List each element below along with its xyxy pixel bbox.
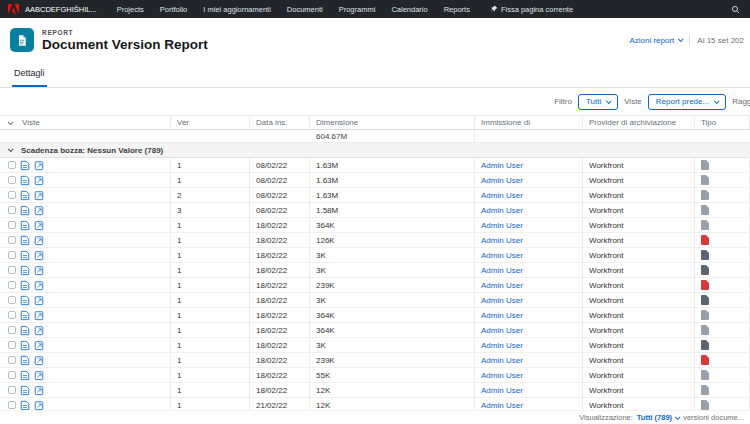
- row-checkbox[interactable]: [8, 386, 16, 394]
- open-document-icon[interactable]: [20, 205, 30, 216]
- nav-item-documents[interactable]: Documenti: [279, 5, 331, 14]
- document-details-icon[interactable]: [34, 265, 44, 276]
- row-checkbox[interactable]: [8, 326, 16, 334]
- open-document-icon[interactable]: [20, 220, 30, 231]
- views-dropdown[interactable]: Report prede...: [648, 94, 726, 110]
- nav-item-reports[interactable]: Reports: [436, 5, 478, 14]
- entered-by-link[interactable]: Admin User: [475, 233, 583, 247]
- entered-by-link[interactable]: Admin User: [475, 308, 583, 322]
- document-details-icon[interactable]: [34, 280, 44, 291]
- row-checkbox[interactable]: [8, 311, 16, 319]
- document-details-icon[interactable]: [34, 220, 44, 231]
- open-document-icon[interactable]: [20, 175, 30, 186]
- showing-label: Visualizzazione:: [579, 413, 633, 422]
- document-details-icon[interactable]: [34, 310, 44, 321]
- provider-cell: Workfront: [583, 173, 695, 187]
- row-checkbox[interactable]: [8, 206, 16, 214]
- nav-item-calendars[interactable]: Calendario: [383, 5, 435, 14]
- open-document-icon[interactable]: [20, 265, 30, 276]
- report-actions-button[interactable]: Azioni report: [629, 36, 682, 45]
- document-details-icon[interactable]: [34, 370, 44, 381]
- document-details-icon[interactable]: [34, 175, 44, 186]
- row-checkbox[interactable]: [8, 221, 16, 229]
- search-icon[interactable]: [729, 5, 742, 14]
- entered-by-link[interactable]: Admin User: [475, 248, 583, 262]
- table-row: 1 18/02/22 239K Admin User Workfront: [0, 353, 750, 368]
- document-details-icon[interactable]: [34, 205, 44, 216]
- open-document-icon[interactable]: [20, 295, 30, 306]
- entered-by-link[interactable]: Admin User: [475, 383, 583, 397]
- entered-by-link[interactable]: Admin User: [475, 158, 583, 172]
- open-document-icon[interactable]: [20, 340, 30, 351]
- open-document-icon[interactable]: [20, 310, 30, 321]
- row-checkbox[interactable]: [8, 341, 16, 349]
- document-details-icon[interactable]: [34, 400, 44, 411]
- document-details-icon[interactable]: [34, 250, 44, 261]
- document-details-icon[interactable]: [34, 325, 44, 336]
- open-document-icon[interactable]: [20, 280, 30, 291]
- document-details-icon[interactable]: [34, 295, 44, 306]
- document-details-icon[interactable]: [34, 190, 44, 201]
- nav-item-portfolio[interactable]: Portfolio: [152, 5, 196, 14]
- open-document-icon[interactable]: [20, 160, 30, 171]
- version-cell: 1: [171, 353, 250, 367]
- tab-details[interactable]: Dettagli: [12, 68, 47, 87]
- row-checkbox[interactable]: [8, 371, 16, 379]
- entered-by-link[interactable]: Admin User: [475, 218, 583, 232]
- size-cell: 239K: [310, 278, 475, 292]
- row-checkbox[interactable]: [8, 296, 16, 304]
- open-document-icon[interactable]: [20, 325, 30, 336]
- type-cell: [695, 188, 750, 202]
- document-details-icon[interactable]: [34, 355, 44, 366]
- entered-by-link[interactable]: Admin User: [475, 188, 583, 202]
- nav-item-projects[interactable]: Projects: [109, 5, 152, 14]
- col-provider: Provider di archiviazione: [583, 116, 695, 129]
- open-document-icon[interactable]: [20, 355, 30, 366]
- file-type-icon: [701, 265, 709, 275]
- type-cell: [695, 278, 750, 292]
- file-type-icon: [701, 160, 709, 170]
- entered-by-link[interactable]: Admin User: [475, 203, 583, 217]
- nav-item-my-updates[interactable]: I miei aggiornamenti: [195, 5, 279, 14]
- grouping-label[interactable]: Raggrupp...: [732, 97, 750, 106]
- entered-by-link[interactable]: Admin User: [475, 353, 583, 367]
- row-checkbox[interactable]: [8, 266, 16, 274]
- document-details-icon[interactable]: [34, 235, 44, 246]
- pin-current-page-button[interactable]: Fissa pagina corrente: [490, 5, 573, 14]
- document-details-icon[interactable]: [34, 340, 44, 351]
- open-document-icon[interactable]: [20, 235, 30, 246]
- document-details-icon[interactable]: [34, 385, 44, 396]
- row-checkbox[interactable]: [8, 191, 16, 199]
- row-checkbox[interactable]: [8, 281, 16, 289]
- document-details-icon[interactable]: [34, 160, 44, 171]
- open-document-icon[interactable]: [20, 385, 30, 396]
- filter-dropdown[interactable]: Tutti: [578, 94, 618, 110]
- open-document-icon[interactable]: [20, 250, 30, 261]
- entered-by-link[interactable]: Admin User: [475, 173, 583, 187]
- open-document-icon[interactable]: [20, 400, 30, 411]
- nav-item-programs[interactable]: Programmi: [331, 5, 384, 14]
- row-checkbox[interactable]: [8, 161, 16, 169]
- row-checkbox[interactable]: [8, 356, 16, 364]
- row-checkbox[interactable]: [8, 176, 16, 184]
- row-checkbox[interactable]: [8, 251, 16, 259]
- entered-by-link[interactable]: Admin User: [475, 263, 583, 277]
- entered-by-link[interactable]: Admin User: [475, 278, 583, 292]
- entered-by-link[interactable]: Admin User: [475, 323, 583, 337]
- collapse-all-icon[interactable]: [8, 119, 14, 125]
- filter-label: Filtro: [554, 97, 572, 106]
- entered-by-link[interactable]: Admin User: [475, 338, 583, 352]
- viste-cell: [0, 218, 171, 232]
- open-document-icon[interactable]: [20, 190, 30, 201]
- table-row: 1 18/02/22 3K Admin User Workfront: [0, 248, 750, 263]
- row-checkbox[interactable]: [8, 401, 16, 409]
- row-checkbox[interactable]: [8, 236, 16, 244]
- group-collapse-icon[interactable]: [8, 146, 14, 152]
- chevron-down-icon: [678, 36, 684, 42]
- entered-by-link[interactable]: Admin User: [475, 368, 583, 382]
- open-document-icon[interactable]: [20, 370, 30, 381]
- file-type-icon: [701, 175, 709, 185]
- showing-dropdown[interactable]: Tutti (789): [637, 413, 679, 422]
- report-eyebrow: REPORT: [42, 29, 208, 36]
- entered-by-link[interactable]: Admin User: [475, 293, 583, 307]
